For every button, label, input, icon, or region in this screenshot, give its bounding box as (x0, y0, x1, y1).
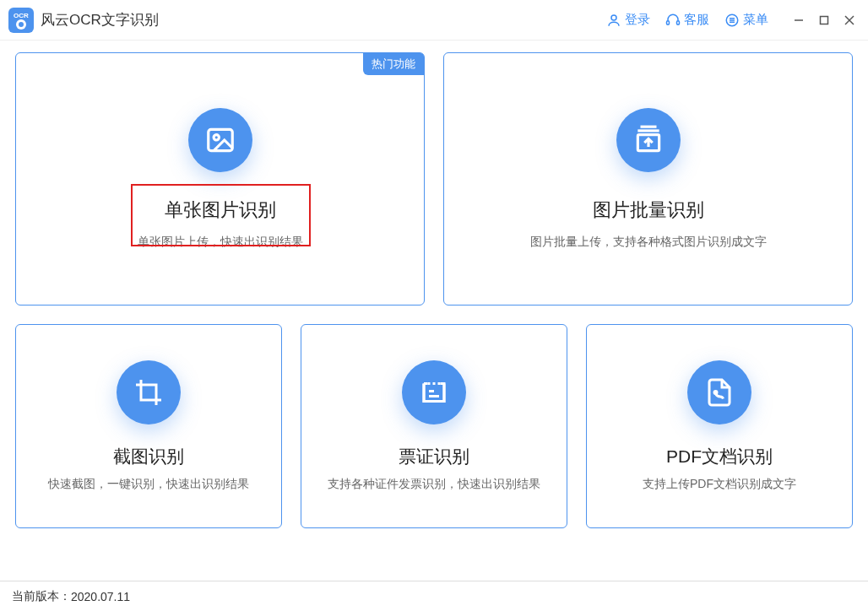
svg-point-22 (714, 392, 717, 394)
card-batch-desc: 图片批量上传，支持各种格式图片识别成文字 (530, 235, 767, 250)
footer: 当前版本： 2020.07.11 (0, 581, 868, 611)
app-title: 风云OCR文字识别 (41, 10, 159, 30)
menu-label: 菜单 (743, 12, 768, 28)
id-card-icon (402, 360, 466, 424)
card-batch-title: 图片批量识别 (593, 197, 704, 223)
menu-button[interactable]: 菜单 (724, 12, 768, 28)
minimize-icon (794, 15, 804, 25)
login-label: 登录 (625, 12, 650, 28)
card-screenshot[interactable]: 截图识别 快速截图，一键识别，快速出识别结果 (15, 324, 282, 528)
menu-icon (724, 13, 740, 28)
card-batch-image[interactable]: 图片批量识别 图片批量上传，支持各种格式图片识别成文字 (443, 52, 853, 306)
maximize-button[interactable] (814, 10, 834, 30)
card-ticket[interactable]: 票证识别 支持各种证件发票识别，快速出识别结果 (301, 324, 567, 528)
crop-icon (117, 360, 181, 424)
card-pdf-desc: 支持上传PDF文档识别成文字 (643, 477, 796, 492)
card-screenshot-desc: 快速截图，一键识别，快速出识别结果 (48, 477, 249, 492)
upload-batch-icon (616, 108, 681, 172)
support-button[interactable]: 客服 (665, 12, 709, 28)
close-button[interactable] (839, 10, 860, 30)
svg-point-3 (19, 22, 24, 27)
svg-point-4 (611, 15, 616, 20)
top-row: 热门功能 单张图片识别 单张图片上传，快速出识别结果 (15, 52, 853, 306)
version-label: 当前版本： (12, 589, 71, 604)
card-single-desc: 单张图片上传，快速出识别结果 (138, 235, 303, 250)
svg-rect-6 (677, 20, 680, 24)
card-pdf-title: PDF文档识别 (666, 445, 773, 468)
svg-rect-5 (667, 20, 670, 24)
svg-point-16 (214, 135, 219, 140)
content-area: 热门功能 单张图片识别 单张图片上传，快速出识别结果 (0, 41, 868, 528)
version-value: 2020.07.11 (71, 590, 130, 603)
svg-rect-15 (208, 129, 232, 150)
pdf-icon (687, 360, 751, 424)
login-button[interactable]: 登录 (606, 12, 650, 28)
maximize-icon (819, 15, 829, 25)
close-icon (844, 15, 854, 25)
support-label: 客服 (684, 12, 709, 28)
app-logo: OCR (8, 8, 34, 33)
titlebar: OCR 风云OCR文字识别 登录 客服 菜单 (0, 0, 868, 41)
bottom-row: 截图识别 快速截图，一键识别，快速出识别结果 票证识别 支持各种证件发票识别，快… (15, 324, 853, 528)
hot-badge: 热门功能 (363, 53, 424, 75)
headset-icon (665, 13, 681, 28)
minimize-button[interactable] (789, 10, 809, 30)
card-ticket-title: 票证识别 (399, 445, 469, 468)
card-pdf[interactable]: PDF文档识别 支持上传PDF文档识别成文字 (586, 324, 853, 528)
card-single-title: 单张图片识别 (165, 197, 276, 223)
card-ticket-desc: 支持各种证件发票识别，快速出识别结果 (328, 477, 540, 492)
card-single-image[interactable]: 热门功能 单张图片识别 单张图片上传，快速出识别结果 (15, 52, 425, 306)
user-icon (606, 13, 621, 28)
svg-rect-12 (821, 16, 828, 24)
card-screenshot-title: 截图识别 (113, 445, 184, 468)
image-icon (188, 108, 252, 172)
svg-text:OCR: OCR (14, 12, 29, 19)
